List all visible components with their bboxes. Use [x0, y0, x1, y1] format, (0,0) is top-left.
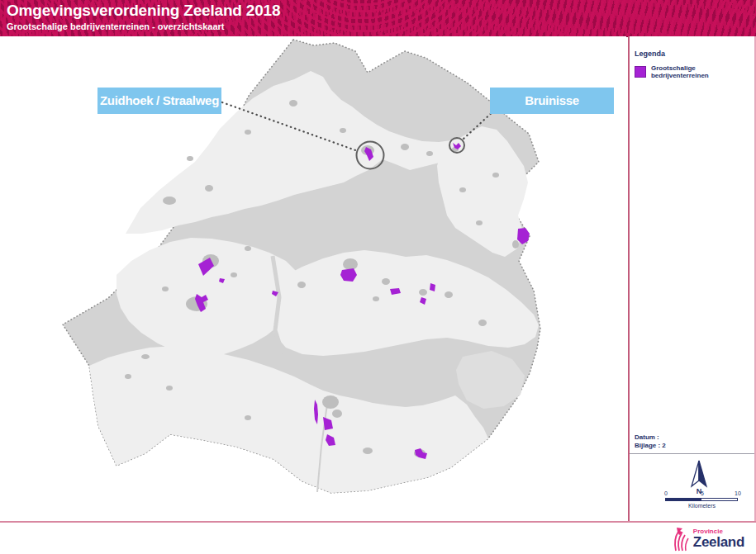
- legend-title: Legenda: [635, 50, 665, 58]
- page-title: Omgevingsverordening Zeeland 2018: [7, 2, 280, 20]
- business-park-swatch: [635, 66, 646, 78]
- callout-zuidhoek-straalweg: Zuidhoek / Straalweg: [97, 88, 221, 114]
- scalebar-tick: 5: [697, 490, 707, 496]
- sidebar: Legenda Grootschalige bedrijventerreinen…: [628, 36, 756, 522]
- scalebar: 0 5 10 Kilometers: [663, 490, 741, 512]
- legend-item-label: Grootschalige bedrijventerreinen: [651, 64, 754, 79]
- scalebar-unit: Kilometers: [663, 503, 741, 509]
- legend-item: Grootschalige bedrijventerreinen: [635, 64, 754, 79]
- zeeland-lion-icon: [672, 525, 690, 552]
- page: Omgevingsverordening Zeeland 2018 Groots…: [0, 0, 756, 554]
- footer: Provincie Zeeland: [0, 523, 756, 554]
- scalebar-tick: 0: [661, 490, 671, 496]
- header-band: Omgevingsverordening Zeeland 2018 Groots…: [0, 0, 756, 37]
- provincie-zeeland-logo: Provincie Zeeland: [672, 525, 744, 552]
- bijlage-label: Bijlage : 2: [635, 442, 666, 450]
- scalebar-bar: [665, 498, 738, 501]
- info-block: Datum : Bijlage : 2: [635, 433, 666, 450]
- map-panel: Zuidhoek / Straalweg Bruinisse: [0, 36, 626, 522]
- callout-bruinisse: Bruinisse: [490, 88, 614, 114]
- logo-text: Provincie Zeeland: [693, 525, 744, 549]
- info-divider: [630, 453, 754, 454]
- datum-label: Datum :: [635, 433, 666, 442]
- logo-zeeland: Zeeland: [693, 535, 744, 549]
- scalebar-tick: 10: [733, 490, 743, 496]
- page-subtitle: Grootschalige bedrijventerreinen - overz…: [7, 21, 224, 31]
